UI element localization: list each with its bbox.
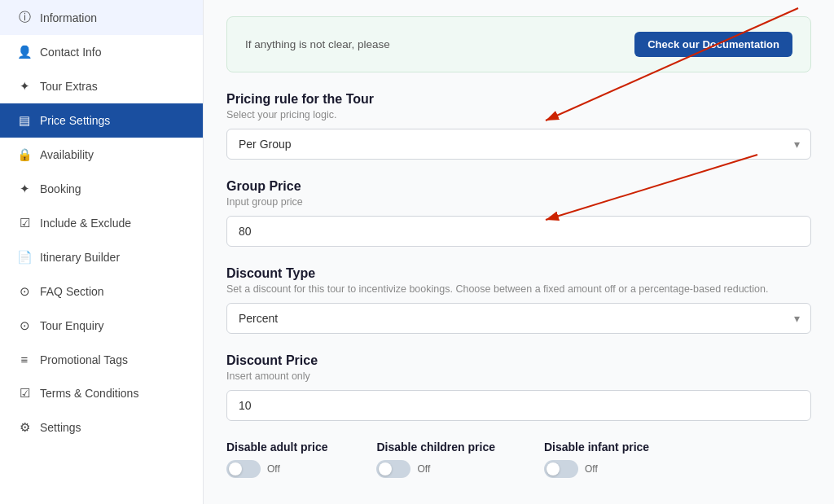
toggle-label-disable-adult: Disable adult price (226, 440, 327, 454)
sidebar-item-information[interactable]: ⓘ Information (0, 0, 203, 35)
toggle-thumb-disable-children (379, 462, 392, 476)
sidebar-item-contact-info[interactable]: 👤 Contact Info (0, 35, 203, 69)
banner-text: If anything is not clear, please (245, 38, 623, 50)
sidebar-item-label-include-exclude: Include & Exclude (40, 217, 131, 230)
discount-type-section: Discount Type Set a discount for this to… (226, 266, 811, 334)
info-banner: If anything is not clear, please Check o… (226, 16, 811, 72)
contact-info-icon: 👤 (17, 45, 32, 59)
availability-icon: 🔒 (17, 147, 32, 162)
toggle-thumb-disable-adult (229, 462, 242, 476)
tour-extras-icon: ✦ (17, 79, 32, 94)
information-icon: ⓘ (17, 10, 32, 25)
main-content: If anything is not clear, please Check o… (204, 0, 834, 504)
toggle-track-disable-adult[interactable] (226, 460, 261, 478)
sidebar-item-label-booking: Booking (40, 182, 81, 195)
toggle-state-disable-adult: Off (267, 463, 280, 475)
tour-enquiry-icon: ⊙ (17, 318, 32, 333)
discount-price-input[interactable] (226, 390, 811, 421)
discount-type-select[interactable]: PercentFixed Amount (226, 303, 811, 334)
sidebar-item-settings[interactable]: ⚙ Settings (0, 410, 203, 445)
pricing-rule-select-wrapper: Per GroupPer PersonFixed Price (226, 129, 811, 160)
pricing-rule-section: Pricing rule for the Tour Select your pr… (226, 92, 811, 160)
toggle-group-disable-infant: Disable infant price Off (544, 440, 649, 478)
sidebar-item-tour-enquiry[interactable]: ⊙ Tour Enquiry (0, 309, 203, 343)
sidebar-item-label-information: Information (40, 11, 97, 24)
discount-price-section: Discount Price Insert amount only (226, 353, 811, 421)
sidebar-item-label-faq-section: FAQ Section (40, 285, 104, 298)
toggle-state-disable-infant: Off (585, 463, 598, 475)
toggle-switch-disable-infant[interactable]: Off (544, 460, 649, 478)
toggle-row: Disable adult price Off Disable children… (226, 440, 811, 478)
itinerary-builder-icon: 📄 (17, 250, 32, 265)
settings-icon: ⚙ (17, 420, 32, 435)
toggle-group-disable-children: Disable children price Off (376, 440, 495, 478)
toggle-label-disable-children: Disable children price (376, 440, 495, 454)
documentation-button[interactable]: Check our Documentation (634, 32, 792, 57)
toggle-switch-disable-adult[interactable]: Off (226, 460, 327, 478)
toggle-track-disable-infant[interactable] (544, 460, 578, 478)
sidebar-item-label-tour-enquiry: Tour Enquiry (40, 319, 104, 332)
sidebar-item-label-terms-conditions: Terms & Conditions (40, 387, 138, 400)
terms-conditions-icon: ☑ (17, 386, 32, 401)
discount-type-select-wrapper: PercentFixed Amount (226, 303, 811, 334)
sidebar-item-faq-section[interactable]: ⊙ FAQ Section (0, 274, 203, 309)
sidebar-item-label-availability: Availability (40, 148, 94, 161)
group-price-section: Group Price Input group price (226, 179, 811, 247)
toggle-thumb-disable-infant (546, 462, 560, 476)
group-price-input[interactable] (226, 216, 811, 247)
sidebar: ⓘ Information 👤 Contact Info ✦ Tour Extr… (0, 0, 204, 504)
sidebar-item-price-settings[interactable]: ▤ Price Settings (0, 103, 203, 138)
group-price-title: Group Price (226, 179, 811, 194)
pricing-rule-desc: Select your pricing logic. (226, 109, 811, 121)
sidebar-item-terms-conditions[interactable]: ☑ Terms & Conditions (0, 376, 203, 410)
sidebar-item-label-contact-info: Contact Info (40, 46, 102, 59)
faq-section-icon: ⊙ (17, 284, 32, 299)
sidebar-item-include-exclude[interactable]: ☑ Include & Exclude (0, 206, 203, 240)
sidebar-item-label-promotional-tags: Promotional Tags (40, 353, 128, 366)
booking-icon: ✦ (17, 182, 32, 196)
discount-price-desc: Insert amount only (226, 370, 811, 382)
promotional-tags-icon: ≡ (17, 353, 32, 366)
pricing-rule-select[interactable]: Per GroupPer PersonFixed Price (226, 129, 811, 160)
pricing-rule-title: Pricing rule for the Tour (226, 92, 811, 107)
sidebar-item-promotional-tags[interactable]: ≡ Promotional Tags (0, 343, 203, 376)
price-settings-icon: ▤ (17, 113, 32, 128)
toggle-track-disable-children[interactable] (376, 460, 410, 478)
sidebar-item-label-tour-extras: Tour Extras (40, 80, 98, 93)
discount-type-desc: Set a discount for this tour to incentiv… (226, 283, 811, 295)
sidebar-item-label-price-settings: Price Settings (40, 114, 110, 127)
toggle-state-disable-children: Off (417, 463, 430, 475)
include-exclude-icon: ☑ (17, 216, 32, 230)
arrow-overlay (204, 0, 834, 504)
group-price-desc: Input group price (226, 196, 811, 208)
toggle-group-disable-adult: Disable adult price Off (226, 440, 327, 478)
sidebar-item-itinerary-builder[interactable]: 📄 Itinerary Builder (0, 240, 203, 274)
sidebar-item-label-itinerary-builder: Itinerary Builder (40, 251, 120, 264)
toggle-switch-disable-children[interactable]: Off (376, 460, 495, 478)
sidebar-item-booking[interactable]: ✦ Booking (0, 172, 203, 206)
sidebar-item-availability[interactable]: 🔒 Availability (0, 138, 203, 172)
discount-price-title: Discount Price (226, 353, 811, 368)
sidebar-item-tour-extras[interactable]: ✦ Tour Extras (0, 69, 203, 103)
discount-type-title: Discount Type (226, 266, 811, 281)
sidebar-item-label-settings: Settings (40, 421, 81, 434)
toggle-label-disable-infant: Disable infant price (544, 440, 649, 454)
